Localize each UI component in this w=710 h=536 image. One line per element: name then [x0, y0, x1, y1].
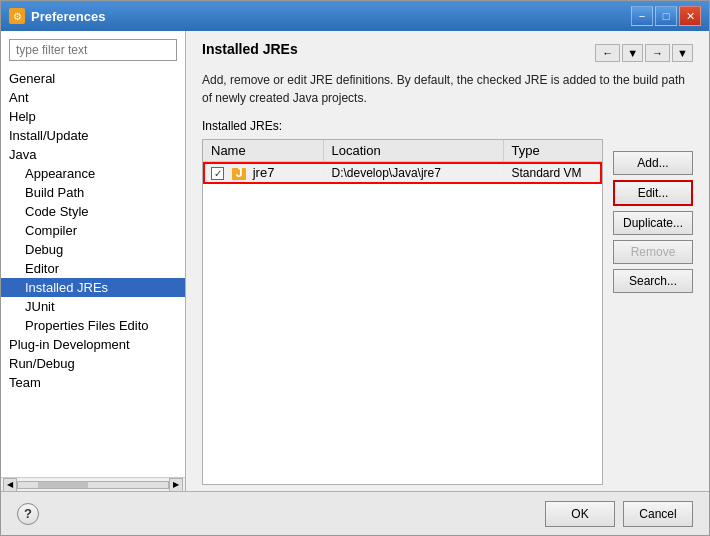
sidebar-item-appearance[interactable]: Appearance — [1, 164, 185, 183]
sidebar-item-debug[interactable]: Debug — [1, 240, 185, 259]
minimize-button[interactable]: − — [631, 6, 653, 26]
app-icon: ⚙ — [9, 8, 25, 24]
panel-header: Installed JREs ← ▼ → ▼ — [186, 31, 709, 65]
sidebar-item-installed-jres[interactable]: Installed JREs — [1, 278, 185, 297]
sidebar-item-properties-files[interactable]: Properties Files Edito — [1, 316, 185, 335]
bottom-bar: ? OK Cancel — [1, 491, 709, 535]
table-section: Name Location Type — [202, 139, 603, 485]
nav-back-menu-button[interactable]: ▼ — [622, 44, 643, 62]
title-bar-controls: − □ ✕ — [631, 6, 701, 26]
panel-description: Add, remove or edit JRE definitions. By … — [202, 71, 693, 107]
jre-table-container: Name Location Type — [202, 139, 603, 485]
table-row[interactable]: J jre7 D:\develop\Java\jre7 Standard VM — [203, 162, 602, 184]
preferences-window: ⚙ Preferences − □ ✕ General Ant Help Ins… — [0, 0, 710, 536]
nav-forward-button[interactable]: → — [645, 44, 670, 62]
sidebar-item-build-path[interactable]: Build Path — [1, 183, 185, 202]
h-scroll-thumb — [38, 482, 88, 488]
row-location-cell: D:\develop\Java\jre7 — [323, 162, 503, 184]
row-type-cell: Standard VM — [503, 162, 602, 184]
sidebar-item-run-debug[interactable]: Run/Debug — [1, 354, 185, 373]
sidebar-item-install-update[interactable]: Install/Update — [1, 126, 185, 145]
main-content: General Ant Help Install/Update Java App… — [1, 31, 709, 491]
title-bar: ⚙ Preferences − □ ✕ — [1, 1, 709, 31]
sidebar: General Ant Help Install/Update Java App… — [1, 31, 186, 491]
add-button[interactable]: Add... — [613, 151, 693, 175]
col-type: Type — [503, 140, 602, 162]
sidebar-item-plugin-development[interactable]: Plug-in Development — [1, 335, 185, 354]
panel-title: Installed JREs — [202, 41, 298, 57]
sidebar-item-junit[interactable]: JUnit — [1, 297, 185, 316]
scroll-left-arrow[interactable]: ◀ — [3, 478, 17, 492]
sidebar-item-team[interactable]: Team — [1, 373, 185, 392]
col-name: Name — [203, 140, 323, 162]
table-header: Name Location Type — [203, 140, 602, 162]
section-label: Installed JREs: — [202, 119, 693, 133]
edit-button[interactable]: Edit... — [613, 180, 693, 206]
table-header-row: Name Location Type — [203, 140, 602, 162]
scroll-right-arrow[interactable]: ▶ — [169, 478, 183, 492]
maximize-button[interactable]: □ — [655, 6, 677, 26]
sidebar-item-general[interactable]: General — [1, 69, 185, 88]
bottom-bar-left: ? — [17, 503, 537, 525]
sidebar-item-java[interactable]: Java — [1, 145, 185, 164]
panel-body: Add, remove or edit JRE definitions. By … — [186, 65, 709, 491]
col-location: Location — [323, 140, 503, 162]
jre-table: Name Location Type — [203, 140, 602, 184]
nav-controls: ← ▼ → ▼ — [595, 44, 693, 62]
remove-button[interactable]: Remove — [613, 240, 693, 264]
sidebar-item-help[interactable]: Help — [1, 107, 185, 126]
row-name-cell: J jre7 — [203, 162, 323, 184]
table-body: J jre7 D:\develop\Java\jre7 Standard VM — [203, 162, 602, 184]
title-bar-left: ⚙ Preferences — [9, 8, 105, 24]
nav-forward-menu-button[interactable]: ▼ — [672, 44, 693, 62]
jre-name: jre7 — [253, 165, 275, 180]
ok-button[interactable]: OK — [545, 501, 615, 527]
h-scroll-track[interactable] — [17, 481, 169, 489]
sidebar-item-code-style[interactable]: Code Style — [1, 202, 185, 221]
sidebar-item-compiler[interactable]: Compiler — [1, 221, 185, 240]
window-title: Preferences — [31, 9, 105, 24]
tree: General Ant Help Install/Update Java App… — [1, 69, 185, 477]
search-button[interactable]: Search... — [613, 269, 693, 293]
sidebar-item-ant[interactable]: Ant — [1, 88, 185, 107]
button-panel: Add... Edit... Duplicate... Remove Searc… — [603, 139, 693, 485]
sidebar-item-editor[interactable]: Editor — [1, 259, 185, 278]
filter-input[interactable] — [9, 39, 177, 61]
panel-container: Installed JREs ← ▼ → ▼ Add, remove or ed… — [186, 31, 709, 491]
main-content-area: Name Location Type — [202, 139, 693, 485]
jre-checkbox[interactable] — [211, 167, 224, 180]
nav-back-button[interactable]: ← — [595, 44, 620, 62]
close-button[interactable]: ✕ — [679, 6, 701, 26]
svg-text:J: J — [236, 167, 243, 180]
help-button[interactable]: ? — [17, 503, 39, 525]
jre-icon: J — [231, 167, 249, 181]
duplicate-button[interactable]: Duplicate... — [613, 211, 693, 235]
sidebar-scrollbar: ◀ ▶ — [1, 477, 185, 491]
cancel-button[interactable]: Cancel — [623, 501, 693, 527]
